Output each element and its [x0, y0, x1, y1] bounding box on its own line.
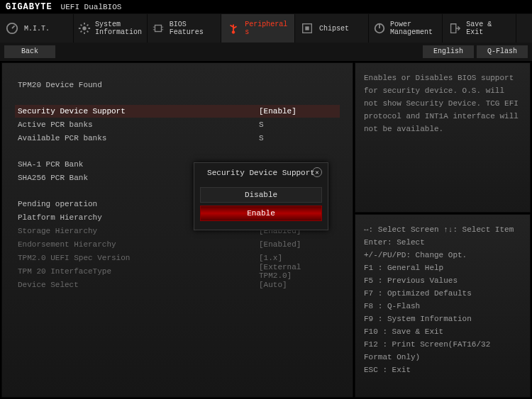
usb-icon [226, 21, 240, 36]
chip-icon [152, 21, 165, 36]
qflash-button[interactable]: Q-Flash [477, 45, 528, 58]
tab-bar: M.I.T. System Information BIOS Features … [0, 14, 532, 43]
tab-label: System Information [95, 21, 143, 36]
setting-name: Active PCR banks [18, 120, 259, 129]
brand-logo: GIGABYTE [6, 2, 52, 12]
help-panel: Enables or Disables BIOS support for sec… [355, 62, 531, 213]
top-bar: GIGABYTE UEFI DualBIOS [0, 0, 532, 14]
setting-row[interactable]: Active PCR banksS [15, 118, 340, 131]
setting-name: TPM 20 InterfaceType [18, 267, 259, 276]
exit-icon [447, 21, 462, 36]
svg-line-1 [12, 26, 15, 28]
tab-power[interactable]: Power Management [369, 14, 443, 43]
option-popup: Security Device Support ✕ DisableEnable [194, 162, 328, 230]
svg-point-8 [232, 31, 235, 34]
language-button[interactable]: English [423, 45, 474, 58]
key-hint: F8 : Q-Flash [364, 300, 521, 313]
section-header: TPM20 Device Found [15, 79, 340, 91]
key-hint: F9 : System Information [364, 313, 521, 325]
key-hint: F10 : Save & Exit [364, 325, 521, 338]
power-icon [373, 21, 386, 36]
setting-value: [Enabled] [259, 240, 337, 249]
key-hint: ESC : Exit [364, 364, 521, 376]
setting-value: [External TPM2.0] [259, 263, 337, 280]
main-panel: TPM20 Device Found Security Device Suppo… [1, 62, 353, 398]
tab-label: Save & Exit [466, 21, 511, 36]
key-hint: Enter: Select [364, 236, 521, 249]
sub-bar: Back English Q-Flash [0, 43, 532, 61]
gauge-icon [4, 21, 20, 36]
setting-row[interactable]: Security Device Support[Enable] [15, 105, 340, 118]
tab-bios-features[interactable]: BIOS Features [148, 14, 221, 43]
svg-point-2 [82, 26, 86, 30]
tab-label: Peripherals [245, 21, 290, 36]
setting-value: [Auto] [259, 281, 337, 289]
setting-name: TPM2.0 UEFI Spec Version [18, 254, 259, 262]
key-hint: F7 : Optimized Defaults [364, 287, 521, 300]
setting-name: Endorsement Hierarchy [18, 240, 259, 249]
tab-label: Chipset [319, 25, 349, 33]
tab-label: M.I.T. [24, 25, 50, 33]
setting-name: Device Select [18, 281, 259, 289]
setting-value: [1.x] [259, 254, 337, 262]
popup-title-bar: Security Device Support ✕ [200, 169, 322, 177]
key-hint: F12 : Print Screen(FAT16/32 Format Only) [364, 338, 521, 364]
tab-save-exit[interactable]: Save & Exit [443, 14, 516, 43]
setting-row[interactable]: TPM 20 InterfaceType[External TPM2.0] [15, 265, 340, 278]
setting-name: Available PCR banks [18, 134, 259, 142]
key-hint: F1 : General Help [364, 262, 521, 274]
tab-peripherals[interactable]: Peripherals [221, 14, 295, 43]
popup-option-disable[interactable]: Disable [200, 187, 322, 203]
tab-mit[interactable]: M.I.T. [0, 14, 74, 43]
svg-rect-3 [155, 26, 162, 32]
key-hint: F5 : Previous Values [364, 274, 521, 287]
gear-icon [78, 21, 91, 36]
back-button[interactable]: Back [4, 45, 55, 58]
tab-label: BIOS Features [170, 21, 216, 36]
popup-option-enable[interactable]: Enable [200, 206, 322, 221]
header-text: TPM20 Device Found [18, 81, 259, 89]
bios-label: UEFI DualBIOS [61, 3, 122, 11]
setting-row[interactable]: Device Select[Auto] [15, 279, 340, 291]
popup-title: Security Device Support [207, 169, 315, 177]
setting-name: Security Device Support [18, 107, 259, 116]
setting-value: S [259, 134, 337, 142]
setting-row[interactable]: Available PCR banksS [15, 132, 340, 145]
board-icon [299, 21, 315, 36]
key-hint: +/-/PU/PD: Change Opt. [364, 249, 521, 262]
tab-label: Power Management [390, 21, 438, 36]
key-hint: ↔: Select Screen ↑↓: Select Item [364, 223, 521, 236]
setting-value: [Enable] [259, 107, 337, 116]
tab-chipset[interactable]: Chipset [295, 14, 369, 43]
setting-row[interactable]: Endorsement Hierarchy[Enabled] [15, 238, 340, 251]
key-hints-panel: ↔: Select Screen ↑↓: Select ItemEnter: S… [355, 214, 531, 398]
tab-system-info[interactable]: System Information [74, 14, 148, 43]
svg-rect-13 [305, 26, 309, 30]
close-icon[interactable]: ✕ [312, 167, 322, 177]
setting-value: S [259, 120, 337, 129]
